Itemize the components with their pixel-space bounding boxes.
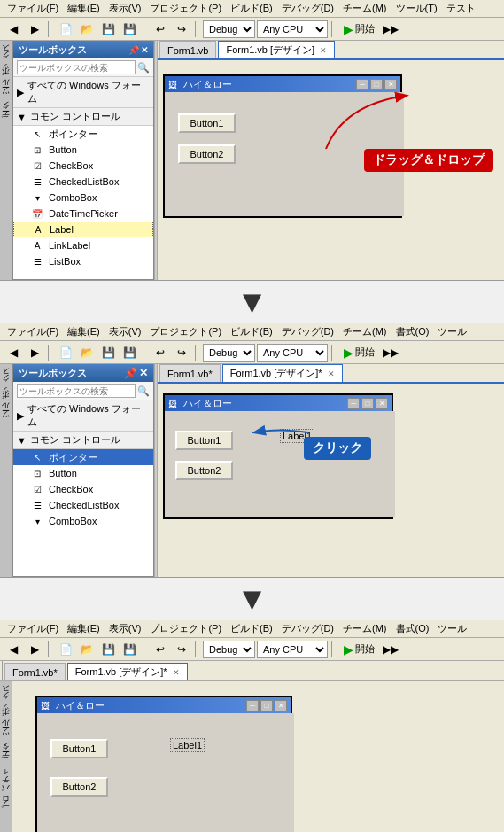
menu-build[interactable]: ビルド(B) [227, 1, 276, 16]
toolbox-item-checkbox[interactable]: ☑ CheckBox [13, 158, 153, 174]
toolbox-search-input-2[interactable] [17, 384, 136, 398]
tb2-open-btn[interactable]: 📂 [77, 343, 97, 362]
toolbox-group2-common[interactable]: ▼ コモン コントロール [13, 432, 153, 449]
tb3-new-btn[interactable]: 📄 [56, 640, 75, 659]
toolbox-group-win[interactable]: ▶ すべての Windows フォーム [13, 77, 153, 108]
tb3-open-btn[interactable]: 📂 [77, 640, 97, 659]
side3-prop-tab[interactable]: プロパティ [0, 768, 12, 818]
form3-minimize-btn[interactable]: ─ [246, 700, 259, 711]
tb3-extra-btn[interactable]: ▶▶ [381, 640, 400, 659]
tab2-form1-design[interactable]: Form1.vb [デザイン]* ✕ [222, 364, 343, 382]
menu-tools[interactable]: ツール(T) [392, 1, 441, 16]
toolbox-item-button[interactable]: ⊡ Button [13, 142, 153, 158]
tab-close-1[interactable]: ✕ [320, 46, 327, 55]
start-btn-3[interactable]: ▶ 開始 [339, 641, 379, 658]
toolbox-search-input-1[interactable] [17, 60, 136, 74]
form-button1-1[interactable]: Button1 [178, 113, 236, 133]
form2-close-btn[interactable]: ✕ [376, 398, 388, 409]
form3-button2[interactable]: Button2 [50, 777, 108, 797]
menu3-project[interactable]: プロジェクト(P) [146, 621, 225, 636]
tb-save-btn[interactable]: 💾 [98, 19, 118, 39]
toolbox2-pin-btn[interactable]: 📌 [124, 367, 137, 379]
menu2-debug[interactable]: デバッグ(D) [278, 324, 337, 339]
menu2-edit[interactable]: 編集(E) [64, 324, 104, 339]
toolbox2-item-combobox[interactable]: ▾ ComboBox [13, 513, 153, 529]
form2-minimize-btn[interactable]: ─ [347, 398, 360, 409]
menu2-format[interactable]: 書式(O) [392, 324, 433, 339]
menu-view[interactable]: 表示(V) [105, 1, 145, 16]
tb2-save-all-btn[interactable]: 💾 [120, 343, 139, 362]
menu-debug[interactable]: デバッグ(D) [278, 1, 337, 16]
menu3-build[interactable]: ビルド(B) [227, 621, 276, 636]
form3-button1[interactable]: Button1 [50, 739, 108, 758]
toolbox-close-btn[interactable]: ✕ [141, 45, 148, 55]
tb-redo-btn[interactable]: ↪ [172, 19, 191, 39]
toolbox2-item-pointer[interactable]: ↖ ポインター [13, 449, 153, 465]
menu2-view[interactable]: 表示(V) [105, 324, 145, 339]
config-dropdown-1[interactable]: Debug [203, 20, 255, 38]
toolbox2-item-checkedlistbox[interactable]: ☰ CheckedListBox [13, 497, 153, 513]
tab2-close[interactable]: ✕ [328, 369, 335, 378]
menu-test[interactable]: テスト [443, 1, 479, 16]
toolbox2-item-checkbox[interactable]: ☑ CheckBox [13, 481, 153, 497]
menu3-edit[interactable]: 編集(E) [64, 621, 104, 636]
toolbox-group-common[interactable]: ▼ コモン コントロール [13, 108, 153, 126]
toolbox-pin-btn[interactable]: 📌 [128, 45, 139, 55]
menu3-debug[interactable]: デバッグ(D) [278, 621, 337, 636]
config-dropdown-3[interactable]: Debug [203, 641, 255, 658]
menu3-tools[interactable]: ツール [434, 621, 470, 636]
tb3-redo-btn[interactable]: ↪ [172, 640, 191, 659]
tab3-close[interactable]: ✕ [173, 668, 180, 677]
tb-save-all-btn[interactable]: 💾 [120, 19, 139, 39]
tb-undo-btn[interactable]: ↩ [151, 19, 170, 39]
menu2-team[interactable]: チーム(M) [339, 324, 391, 339]
toolbox2-x-btn[interactable]: ✕ [139, 367, 148, 379]
form2-button1[interactable]: Button1 [175, 431, 233, 450]
menu2-project[interactable]: プロジェクト(P) [146, 324, 225, 339]
toolbox2-item-button[interactable]: ⊡ Button [13, 465, 153, 481]
side-toolbox-tab[interactable]: ツールボックス [0, 44, 12, 103]
tab2-form1vb[interactable]: Form1.vb* [159, 364, 221, 382]
cpu-dropdown-2[interactable]: Any CPU [257, 344, 328, 362]
toolbox-item-listbox[interactable]: ☰ ListBox [13, 253, 153, 269]
tb-fwd-btn[interactable]: ▶ [25, 19, 44, 39]
tb3-undo-btn[interactable]: ↩ [151, 640, 170, 659]
toolbox-item-combobox[interactable]: ▾ ComboBox [13, 190, 153, 206]
tb-back-btn[interactable]: ◀ [4, 19, 23, 39]
tab-form1-design[interactable]: Form1.vb [デザイン] ✕ [218, 41, 335, 58]
toolbox-item-label[interactable]: A Label [13, 222, 153, 237]
tb-new-btn[interactable]: 📄 [56, 19, 75, 39]
menu2-file[interactable]: ファイル(F) [4, 324, 62, 339]
menu-project[interactable]: プロジェクト(P) [146, 1, 225, 16]
cpu-dropdown-3[interactable]: Any CPU [257, 641, 328, 658]
tb2-save-btn[interactable]: 💾 [98, 343, 118, 362]
toolbox-group2-win[interactable]: ▶ すべての Windows フォーム [13, 400, 153, 432]
menu3-format[interactable]: 書式(O) [392, 621, 433, 636]
tab-form1vb[interactable]: Form1.vb [159, 41, 216, 58]
menu2-build[interactable]: ビルド(B) [227, 324, 276, 339]
tb3-save-btn[interactable]: 💾 [98, 640, 118, 659]
form-button2-1[interactable]: Button2 [178, 144, 236, 164]
side-data-tab[interactable]: データ [0, 104, 12, 127]
tb3-back-btn[interactable]: ◀ [4, 640, 23, 659]
tab3-form1-design[interactable]: Form1.vb [デザイン]* ✕ [67, 663, 188, 680]
form3-maximize-btn[interactable]: □ [260, 700, 273, 711]
tab3-form1vb[interactable]: Form1.vb* [4, 663, 66, 680]
menu2-tools[interactable]: ツール [434, 324, 470, 339]
tb2-fwd-btn[interactable]: ▶ [25, 343, 44, 362]
config-dropdown-2[interactable]: Debug [203, 344, 255, 362]
form-close-btn-1[interactable]: ✕ [384, 79, 397, 90]
tb2-undo-btn[interactable]: ↩ [151, 343, 170, 362]
menu3-file[interactable]: ファイル(F) [4, 621, 62, 636]
cpu-dropdown-1[interactable]: Any CPU [257, 20, 328, 38]
tb2-back-btn[interactable]: ◀ [4, 343, 23, 362]
tb2-extra-btn[interactable]: ▶▶ [381, 343, 400, 362]
tb3-fwd-btn[interactable]: ▶ [25, 640, 44, 659]
menu3-team[interactable]: チーム(M) [339, 621, 391, 636]
tb3-save-all-btn[interactable]: 💾 [120, 640, 139, 659]
side3-data-tab[interactable]: データ [0, 744, 12, 767]
form2-maximize-btn[interactable]: □ [361, 398, 374, 409]
toolbox-item-checkedlistbox[interactable]: ☰ CheckedListBox [13, 174, 153, 190]
start-btn-1[interactable]: ▶ 開始 [339, 20, 379, 38]
form2-button2[interactable]: Button2 [175, 461, 233, 480]
